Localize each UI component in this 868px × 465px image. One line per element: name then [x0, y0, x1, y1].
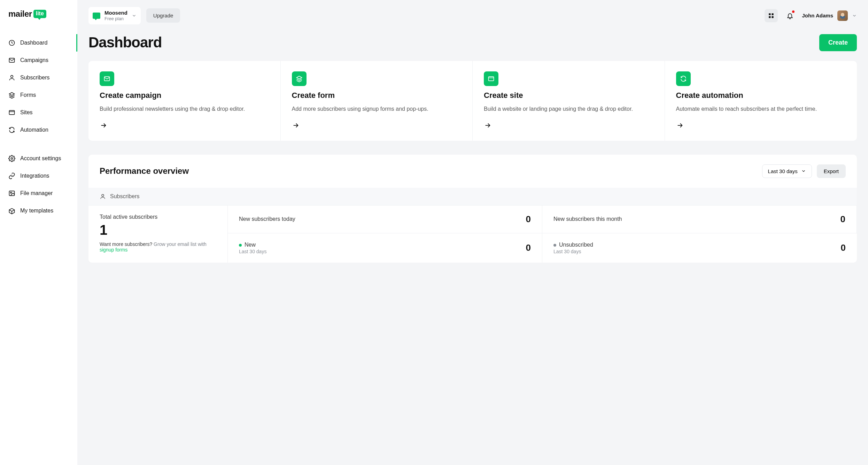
brand-logo[interactable]: mailer lite: [0, 9, 77, 33]
bell-icon: [786, 12, 793, 19]
stat-value: 0: [526, 242, 531, 253]
svg-rect-10: [772, 16, 773, 18]
arrow-right-icon: [676, 122, 846, 130]
performance-section-header: Subscribers: [88, 188, 857, 205]
notifications-button[interactable]: [783, 9, 797, 22]
new-month-cell: New subscribers this month 0: [542, 205, 857, 233]
gear-icon: [8, 155, 15, 162]
card-title: Create site: [484, 91, 653, 100]
card-title: Create automation: [676, 91, 846, 100]
sidebar-item-label: Sites: [20, 109, 33, 116]
layers-icon: [8, 92, 15, 99]
create-form-card[interactable]: Create form Add more subscribers using s…: [281, 61, 473, 141]
refresh-icon: [676, 71, 691, 86]
svg-point-6: [10, 192, 11, 193]
sidebar-item-automation[interactable]: Automation: [0, 121, 77, 139]
stat-label: New subscribers this month: [553, 216, 622, 222]
new-today-cell: New subscribers today 0: [228, 205, 542, 233]
svg-rect-7: [769, 13, 770, 15]
stat-label: New subscribers today: [239, 216, 295, 222]
svg-rect-9: [769, 16, 770, 18]
stat-hint: Want more subscribers? Grow your email l…: [100, 241, 216, 253]
total-subscribers-cell: Total active subscribers 1 Want more sub…: [88, 205, 228, 263]
sidebar-item-my-templates[interactable]: My templates: [0, 202, 77, 219]
sidebar-item-label: File manager: [20, 190, 53, 196]
sidebar-item-label: Integrations: [20, 173, 49, 179]
arrow-right-icon: [292, 122, 462, 130]
user-name: John Adams: [802, 13, 833, 18]
arrow-right-icon: [484, 122, 653, 130]
sidebar-item-account-settings[interactable]: Account settings: [0, 150, 77, 167]
brand-name: mailer: [8, 9, 32, 19]
sidebar-item-dashboard[interactable]: Dashboard: [0, 34, 77, 52]
upgrade-button[interactable]: Upgrade: [146, 8, 180, 23]
sidebar-item-sites[interactable]: Sites: [0, 104, 77, 121]
user-icon: [100, 193, 106, 200]
account-switcher[interactable]: Moosend Free plan: [88, 7, 141, 24]
card-desc: Automate emails to reach subscribers at …: [676, 105, 846, 113]
date-range-select[interactable]: Last 30 days: [762, 164, 812, 178]
topbar: Moosend Free plan Upgrade John Adams: [77, 0, 868, 31]
nav-primary: Dashboard Campaigns Subscribers Forms Si…: [0, 33, 77, 140]
card-title: Create campaign: [100, 91, 269, 100]
dot-icon: [553, 244, 556, 247]
create-site-card[interactable]: Create site Build a website or landing p…: [473, 61, 665, 141]
user-icon: [8, 74, 15, 81]
page-title: Dashboard: [88, 34, 162, 51]
svg-point-2: [11, 75, 13, 78]
dot-icon: [239, 244, 242, 247]
performance-section-label: Subscribers: [110, 193, 139, 200]
sidebar-item-label: My templates: [20, 208, 53, 214]
stat-value: 0: [840, 214, 845, 225]
account-name: Moosend: [104, 10, 127, 16]
stat-value: 1: [100, 222, 216, 238]
sidebar-item-subscribers[interactable]: Subscribers: [0, 69, 77, 86]
sidebar-item-label: Forms: [20, 92, 36, 98]
export-button[interactable]: Export: [817, 164, 846, 178]
sidebar-item-integrations[interactable]: Integrations: [0, 167, 77, 185]
nav-secondary: Account settings Integrations File manag…: [0, 148, 77, 221]
refresh-icon: [8, 126, 15, 133]
sidebar-item-label: Campaigns: [20, 57, 48, 63]
card-desc: Add more subscribers using signup forms …: [292, 105, 462, 113]
apps-icon: [768, 13, 774, 19]
stat-sublabel: Last 30 days: [553, 249, 593, 254]
stat-label: New: [245, 242, 256, 248]
svg-rect-8: [772, 13, 773, 15]
stat-label: Total active subscribers: [100, 214, 216, 220]
performance-panel: Performance overview Last 30 days Export…: [88, 155, 857, 263]
stat-label: Unsubscribed: [559, 242, 593, 248]
sidebar-item-forms[interactable]: Forms: [0, 86, 77, 104]
apps-button[interactable]: [765, 9, 778, 22]
chevron-down-icon: [852, 13, 857, 18]
mail-icon: [100, 71, 114, 86]
clock-icon: [8, 39, 15, 46]
chevron-down-icon: [801, 169, 806, 173]
stat-value: 0: [841, 242, 846, 253]
chevron-down-icon: [132, 13, 137, 18]
create-campaign-card[interactable]: Create campaign Build professional newsl…: [88, 61, 281, 141]
stat-sublabel: Last 30 days: [239, 249, 266, 254]
sidebar-item-file-manager[interactable]: File manager: [0, 185, 77, 202]
image-icon: [8, 190, 15, 197]
svg-point-13: [102, 194, 104, 196]
sidebar-item-campaigns[interactable]: Campaigns: [0, 52, 77, 69]
link-icon: [8, 172, 15, 179]
unsubscribed-30d-cell: Unsubscribed Last 30 days 0: [542, 233, 857, 263]
create-automation-card[interactable]: Create automation Automate emails to rea…: [665, 61, 857, 141]
sidebar-item-label: Subscribers: [20, 75, 49, 81]
sidebar-item-label: Dashboard: [20, 40, 47, 46]
account-plan: Free plan: [104, 16, 127, 22]
notification-dot: [792, 10, 795, 13]
sidebar-item-label: Automation: [20, 127, 48, 133]
create-button[interactable]: Create: [819, 34, 857, 51]
create-cards: Create campaign Build professional newsl…: [88, 61, 857, 141]
page-header: Dashboard Create: [77, 31, 868, 61]
new-30d-cell: New Last 30 days 0: [228, 233, 542, 263]
user-menu[interactable]: John Adams: [802, 10, 857, 21]
svg-point-4: [11, 158, 13, 160]
date-range-label: Last 30 days: [768, 168, 798, 174]
stat-value: 0: [526, 214, 531, 225]
signup-forms-link[interactable]: signup forms: [100, 247, 127, 253]
card-title: Create form: [292, 91, 462, 100]
